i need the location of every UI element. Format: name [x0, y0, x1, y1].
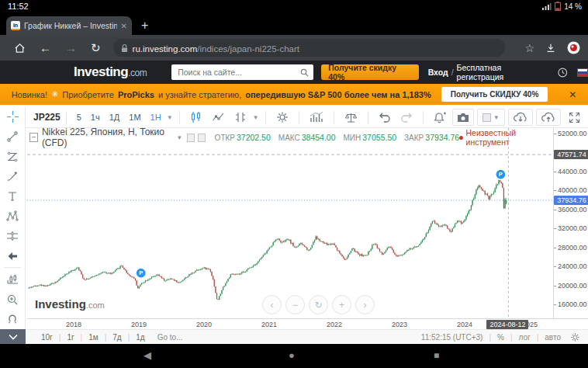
- undo-button[interactable]: [374, 109, 396, 126]
- measure-tool[interactable]: [0, 269, 25, 290]
- timeframe-5[interactable]: 5: [72, 110, 86, 124]
- site-logo[interactable]: Investing.com: [74, 64, 147, 80]
- scroll-right-button[interactable]: ›: [355, 295, 375, 314]
- range-1г[interactable]: 1г: [61, 333, 80, 342]
- zoom-out-button[interactable]: −: [285, 295, 305, 314]
- goto-date-button[interactable]: Go to...: [151, 333, 189, 342]
- android-back-icon[interactable]: ◀: [144, 349, 151, 361]
- crosshair-tool[interactable]: [0, 107, 25, 127]
- lock-icon: [121, 43, 128, 53]
- brush-tool[interactable]: [0, 167, 25, 187]
- header-promo-button[interactable]: Получите скидку 40%: [321, 64, 418, 80]
- style-dropdown-icon[interactable]: ▾: [254, 113, 258, 121]
- xabcd-pattern-tool[interactable]: [0, 207, 25, 227]
- bookmark-star-icon[interactable]: ☆: [524, 42, 534, 54]
- fib-retracement-tool[interactable]: [0, 147, 25, 167]
- banner-cta-button[interactable]: Получить СКИДКУ 40%: [441, 87, 548, 102]
- clock-readout[interactable]: 11:52:15 (UTC+3): [415, 333, 489, 342]
- load-chart-button[interactable]: [508, 109, 533, 126]
- timeframe-1М[interactable]: 1М: [124, 110, 145, 124]
- sparkle-icon: ✳: [51, 89, 58, 99]
- year-tick: 2019: [131, 321, 147, 328]
- text-tool-icon: [6, 190, 19, 203]
- template-dropdown-icon: ▾: [494, 113, 498, 121]
- timeframe-1ч[interactable]: 1ч: [86, 110, 105, 124]
- banner-close-icon[interactable]: ✕: [569, 89, 576, 100]
- bar-interval-button[interactable]: [230, 109, 251, 126]
- collapse-drawing-bar-button[interactable]: [0, 329, 26, 344]
- login-link[interactable]: Вход: [428, 68, 448, 77]
- redo-icon: [400, 112, 413, 123]
- reload-icon[interactable]: ↻: [91, 41, 101, 55]
- zoom-in-button[interactable]: +: [332, 295, 351, 314]
- android-recents-icon[interactable]: ■: [434, 350, 439, 361]
- price-tick: 52000.00: [558, 130, 587, 137]
- url-bar[interactable]: ru.investing.com/indices/japan-ni225-cha…: [113, 39, 505, 57]
- candlestick-style-button[interactable]: [185, 109, 207, 126]
- event-marker[interactable]: P: [136, 268, 146, 278]
- timeframe-1Н[interactable]: 1Н: [146, 110, 166, 124]
- chart-toolbar: JP225 51ч1Д1М1Н ▾ ▾: [26, 107, 588, 128]
- reset-zoom-button[interactable]: ↻: [309, 295, 328, 314]
- save-chart-button[interactable]: [536, 109, 561, 126]
- site-search[interactable]: [171, 64, 313, 80]
- new-tab-button[interactable]: +: [141, 19, 148, 32]
- fullscreen-button[interactable]: [564, 109, 585, 126]
- percent-scale-button[interactable]: %: [491, 333, 510, 342]
- range-1м[interactable]: 1м: [82, 333, 104, 342]
- banner-prefix: Новинка!: [12, 90, 47, 99]
- settings-button[interactable]: [272, 109, 293, 126]
- layout-template-button[interactable]: ▾: [477, 109, 505, 126]
- android-home-icon[interactable]: ●: [289, 349, 295, 361]
- tab-close-icon[interactable]: ✕: [121, 22, 127, 30]
- indicators-button[interactable]: [305, 109, 328, 126]
- timeframe-dropdown-icon[interactable]: ▾: [168, 113, 172, 121]
- profile-avatar[interactable]: [567, 41, 580, 54]
- event-marker[interactable]: P: [496, 169, 506, 179]
- home-icon[interactable]: [14, 43, 26, 54]
- promo-banner: Новинка! ✳ Приобретите ProPicks и узнайт…: [0, 84, 588, 105]
- battery-percent: 14 %: [564, 2, 582, 11]
- indicators-icon: [310, 111, 323, 123]
- register-link[interactable]: Бесплатная регистрация: [457, 63, 547, 82]
- forecast-tool[interactable]: [0, 226, 25, 246]
- magnet-tool[interactable]: [0, 309, 25, 329]
- search-icon: [300, 68, 309, 77]
- screen: 11:52 14 % in График Никкей – Investing.…: [0, 0, 588, 368]
- language-flag-icon[interactable]: [577, 68, 588, 77]
- axis-settings-gear-icon[interactable]: [570, 332, 580, 342]
- range-1д[interactable]: 1д: [130, 333, 150, 342]
- price-tick: 16000.00: [558, 300, 587, 308]
- download-icon[interactable]: [545, 43, 556, 54]
- price-tick: 32000.00: [558, 224, 587, 232]
- chart-nav-controls: ‹ − ↻ + ›: [262, 295, 375, 314]
- candlestick-icon: [190, 111, 202, 123]
- magnet-icon: [6, 314, 19, 325]
- log-scale-button[interactable]: лог: [513, 333, 537, 342]
- hide-panel-button[interactable]: [0, 246, 25, 266]
- compare-button[interactable]: [340, 109, 362, 126]
- candlestick-chart[interactable]: PP: [27, 128, 553, 318]
- auto-scale-button[interactable]: авто: [538, 333, 567, 342]
- trendline-tool[interactable]: [0, 127, 25, 148]
- back-icon[interactable]: ←: [40, 41, 51, 54]
- range-7д[interactable]: 7д: [106, 333, 127, 342]
- line-style-button[interactable]: [207, 109, 230, 126]
- site-favicon: in: [11, 21, 20, 30]
- screenshot-button[interactable]: [452, 109, 474, 126]
- range-10г[interactable]: 10г: [35, 333, 59, 342]
- redo-button[interactable]: [396, 109, 417, 126]
- toolbar-divider: [4, 267, 21, 268]
- alert-button[interactable]: [429, 109, 451, 126]
- timeframe-1Д[interactable]: 1Д: [105, 110, 125, 124]
- text-tool[interactable]: [0, 186, 25, 207]
- signal-icon: [541, 2, 552, 11]
- scroll-left-button[interactable]: ‹: [262, 295, 282, 314]
- symbol-field[interactable]: JP225: [33, 112, 61, 123]
- forward-icon[interactable]: →: [65, 41, 77, 54]
- search-input[interactable]: [176, 67, 300, 78]
- price-tick: 44000.00: [558, 168, 587, 175]
- browser-tab[interactable]: in График Никкей – Investing.c ✕: [6, 16, 132, 35]
- zoom-in-tool[interactable]: [0, 290, 25, 310]
- clock-icon[interactable]: [558, 68, 568, 78]
